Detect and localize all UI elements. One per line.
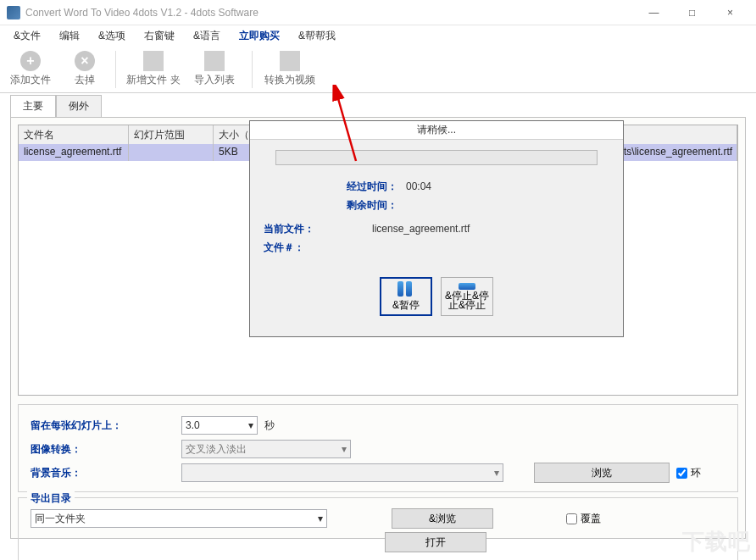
current-file-label: 当前文件： [262, 222, 372, 236]
chevron-down-icon: ▾ [318, 513, 323, 524]
remaining-label: 剩余时间： [262, 198, 406, 213]
open-button[interactable]: 打开 [385, 532, 486, 552]
plus-icon: + [20, 51, 41, 71]
overwrite-checkbox[interactable]: 覆盖 [566, 512, 601, 526]
close-button[interactable]: × [711, 0, 749, 25]
stop-button[interactable]: &停止&停止&停止 [441, 277, 493, 316]
add-file-label: 添加文件 [10, 73, 51, 87]
toolbar: + 添加文件 × 去掉 新增文件 夹 导入列表 转换为视频 [0, 46, 756, 93]
stay-value: 3.0 [186, 419, 200, 431]
chevron-down-icon: ▾ [494, 467, 499, 479]
pause-icon [397, 281, 414, 297]
col-size[interactable]: 大小（KB） [214, 125, 254, 144]
add-folder-label: 新增文件 夹 [126, 73, 180, 87]
menubar: &文件 编辑 &选项 右窗键 &语言 立即购买 &帮帮我 [0, 25, 756, 46]
import-list-button[interactable]: 导入列表 [187, 47, 242, 91]
col-filename[interactable]: 文件名 [19, 125, 129, 144]
slide-settings-group: 留在每张幻灯片上： 3.0▾ 秒 图像转换： 交叉淡入淡出▾ 背景音乐： ▾ 浏… [18, 404, 738, 492]
chevron-down-icon: ▾ [248, 419, 253, 431]
pause-label: &暂停 [392, 298, 420, 313]
overwrite-check[interactable] [566, 513, 577, 524]
menu-options[interactable]: &选项 [90, 27, 134, 45]
file-num-label: 文件＃： [262, 241, 372, 255]
menu-edit[interactable]: 编辑 [51, 27, 88, 45]
add-folder-button[interactable]: 新增文件 夹 [126, 47, 181, 91]
outdir-value: 同一文件夹 [35, 512, 86, 526]
list-icon [204, 51, 225, 71]
stop-label: &停止&停止&停止 [442, 291, 492, 310]
app-icon [7, 6, 20, 19]
menu-buy-now[interactable]: 立即购买 [231, 27, 288, 45]
dialog-info: 经过时间： 00:04 剩余时间： 当前文件： license_agreemen… [250, 169, 623, 265]
convert-icon [280, 51, 300, 71]
stop-icon [459, 283, 475, 290]
remove-button[interactable]: × 去掉 [64, 47, 105, 91]
current-file-value: license_agreement.rtf [372, 223, 470, 235]
menu-language[interactable]: &语言 [185, 27, 229, 45]
stay-duration-select[interactable]: 3.0▾ [181, 416, 258, 435]
remove-label: 去掉 [75, 73, 95, 87]
browse-music-button[interactable]: 浏览 [534, 463, 670, 483]
convert-to-video-button[interactable]: 转换为视频 [263, 47, 317, 91]
tab-main[interactable]: 主要 [10, 95, 56, 117]
add-file-button[interactable]: + 添加文件 [3, 47, 58, 91]
maximize-button[interactable]: □ [673, 0, 711, 25]
toolbar-separator [115, 51, 116, 88]
minimize-button[interactable]: — [635, 0, 673, 25]
menu-file[interactable]: &文件 [5, 27, 49, 45]
overwrite-label: 覆盖 [581, 512, 601, 526]
progress-dialog: 请稍候... 经过时间： 00:04 剩余时间： 当前文件： license_a… [249, 120, 624, 337]
browse-outdir-button[interactable]: &浏览 [392, 508, 493, 529]
outdir-legend: 导出目录 [27, 491, 75, 506]
menu-rightkey[interactable]: 右窗键 [136, 27, 183, 45]
tabs: 主要 例外 [10, 95, 756, 117]
stay-unit: 秒 [264, 419, 275, 433]
output-dir-select[interactable]: 同一文件夹▾ [31, 509, 327, 528]
titlebar: Convert Word To Video 4dots V1.2 - 4dots… [0, 0, 756, 25]
loop-checkbox[interactable]: 环 [676, 466, 701, 480]
output-dir-group: 导出目录 同一文件夹▾ &浏览 覆盖 打开 [18, 497, 738, 560]
import-list-label: 导入列表 [194, 73, 235, 87]
loop-label: 环 [691, 466, 701, 480]
music-label: 背景音乐： [31, 466, 175, 480]
window-title: Convert Word To Video 4dots V1.2 - 4dots… [25, 7, 635, 19]
cell-filename: license_agreement.rtf [19, 144, 129, 161]
loop-check[interactable] [676, 468, 687, 479]
cell-sliderange [129, 144, 214, 161]
chevron-down-icon: ▾ [342, 443, 347, 455]
pause-button[interactable]: &暂停 [380, 277, 432, 316]
dialog-buttons: &暂停 &停止&停止&停止 [250, 277, 623, 316]
folder-icon [143, 51, 164, 71]
dialog-title: 请稍候... [250, 121, 623, 140]
settings-panel: 留在每张幻灯片上： 3.0▾ 秒 图像转换： 交叉淡入淡出▾ 背景音乐： ▾ 浏… [18, 404, 738, 560]
x-icon: × [75, 51, 95, 71]
toolbar-separator [252, 51, 253, 88]
music-select[interactable]: ▾ [181, 463, 503, 482]
transition-label: 图像转换： [31, 442, 175, 457]
menu-help[interactable]: &帮帮我 [290, 27, 344, 45]
transition-value: 交叉淡入淡出 [186, 442, 247, 457]
progress-bar [275, 150, 598, 165]
cell-size: 5KB [214, 144, 254, 161]
tab-exception[interactable]: 例外 [56, 95, 102, 117]
transition-select[interactable]: 交叉淡入淡出▾ [181, 440, 351, 458]
col-sliderange[interactable]: 幻灯片范围 [129, 125, 214, 144]
elapsed-value: 00:04 [406, 180, 431, 192]
elapsed-label: 经过时间： [262, 180, 406, 194]
convert-label: 转换为视频 [264, 73, 315, 87]
stay-label: 留在每张幻灯片上： [31, 419, 175, 433]
